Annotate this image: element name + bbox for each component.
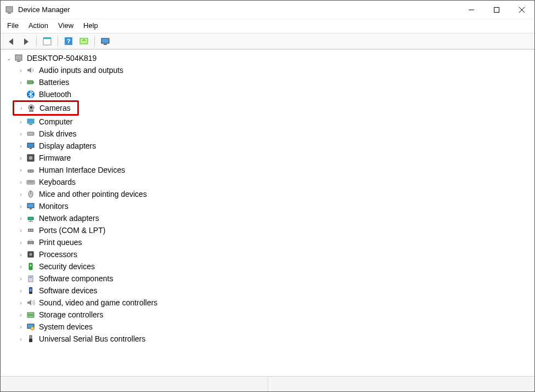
root-label: DESKTOP-504K819	[27, 54, 96, 63]
toolbar-separator	[58, 36, 58, 47]
expand-icon[interactable]: ›	[17, 143, 25, 149]
expand-icon[interactable]: ›	[17, 228, 25, 234]
titlebar: Device Manager	[1, 1, 534, 19]
speaker-icon	[26, 65, 36, 75]
tree-item-label: Disk drives	[39, 129, 76, 138]
tree-item-label: Software devices	[39, 286, 98, 295]
scan-button[interactable]	[77, 35, 90, 48]
menu-file[interactable]: File	[7, 21, 19, 30]
security-icon	[26, 262, 36, 271]
expand-icon[interactable]: ›	[17, 240, 25, 246]
expand-icon[interactable]: ›	[17, 336, 25, 342]
toolbar-separator	[36, 36, 37, 47]
display-icon	[26, 141, 36, 151]
tree-item-label: Software components	[39, 274, 113, 283]
properties-button[interactable]	[41, 35, 54, 48]
expand-icon[interactable]: ›	[17, 167, 25, 173]
menubar: File Action View Help	[1, 19, 534, 33]
expand-icon[interactable]: ›	[18, 105, 25, 111]
tree-item[interactable]: ›Mice and other pointing devices	[14, 188, 533, 200]
tree-item[interactable]: ›Sound, video and game controllers	[14, 297, 533, 309]
camera-icon	[26, 103, 36, 113]
collapse-icon[interactable]: ⌄	[5, 55, 13, 61]
tree-item[interactable]: ›Computer	[14, 116, 533, 128]
tree-item[interactable]: ›Software components	[14, 272, 533, 285]
expand-icon[interactable]: ›	[17, 215, 25, 221]
expand-icon[interactable]: ›	[17, 300, 25, 306]
tree-item[interactable]: ›Batteries	[14, 76, 533, 88]
tree-item[interactable]: ›Disk drives	[14, 128, 533, 140]
expand-icon[interactable]: ›	[17, 155, 25, 161]
tree-item[interactable]: ›Storage controllers	[14, 309, 533, 321]
mouse-icon	[26, 189, 36, 199]
tree-item[interactable]: ›Display adapters	[14, 140, 533, 152]
tree-item[interactable]: ›Monitors	[14, 200, 533, 212]
tree-item-label: Firmware	[39, 154, 71, 162]
window-title: Device Manager	[18, 5, 459, 14]
tree-item[interactable]: ›Print queues	[14, 236, 533, 248]
maximize-button[interactable]	[484, 1, 509, 19]
tree-item[interactable]: ›Cameras	[14, 102, 71, 114]
expand-icon[interactable]: ›	[17, 131, 25, 137]
forward-button[interactable]	[19, 35, 32, 48]
hid-icon	[26, 165, 36, 175]
tree-item-label: Sound, video and game controllers	[39, 298, 157, 307]
tree-item[interactable]: ›Firmware	[14, 152, 533, 164]
tree-item[interactable]: ›Universal Serial Bus controllers	[14, 333, 533, 345]
minimize-button[interactable]	[459, 1, 484, 19]
usb-icon	[26, 334, 36, 344]
expand-icon[interactable]: ›	[17, 67, 25, 73]
network-icon	[26, 213, 36, 223]
tree-item[interactable]: ›Processors	[14, 248, 533, 260]
tree-item[interactable]: ›Human Interface Devices	[14, 164, 533, 176]
menu-help[interactable]: Help	[83, 21, 98, 30]
expand-icon[interactable]: ›	[17, 312, 25, 318]
expand-icon[interactable]: ›	[17, 203, 25, 209]
software-device-icon	[26, 286, 36, 296]
devmgr-icon	[5, 5, 14, 14]
tree-root[interactable]: ⌄ DESKTOP-504K819	[2, 52, 533, 64]
tree-item[interactable]: ›Network adapters	[14, 212, 533, 224]
svg-rect-57	[494, 7, 499, 12]
tree-item[interactable]: ›System devices	[14, 321, 533, 333]
device-manager-window: Device Manager File Action View Help	[0, 0, 535, 392]
tree-item-label: Display adapters	[39, 141, 96, 150]
expand-icon[interactable]: ›	[17, 191, 25, 197]
tree-item[interactable]: ›Audio inputs and outputs	[14, 64, 533, 76]
help-button[interactable]	[62, 35, 75, 48]
expand-icon[interactable]: ›	[17, 276, 25, 282]
tree-item-label: Mice and other pointing devices	[39, 190, 147, 198]
firmware-icon	[26, 153, 36, 163]
tree-item[interactable]: ›Software devices	[14, 285, 533, 297]
cpu-icon	[26, 249, 36, 259]
tree-item[interactable]: ›Ports (COM & LPT)	[14, 224, 533, 236]
tree-item-label: Keyboards	[39, 178, 76, 186]
menu-view[interactable]: View	[58, 21, 73, 30]
expand-icon[interactable]: ›	[17, 79, 25, 86]
tree-item[interactable]: ›Security devices	[14, 260, 533, 272]
sound-icon	[26, 298, 36, 308]
window-controls	[459, 1, 534, 19]
menu-action[interactable]: Action	[29, 21, 48, 30]
show-hidden-button[interactable]	[99, 35, 112, 48]
tree-item-label: Security devices	[39, 262, 95, 271]
tree-content[interactable]: ⌄ DESKTOP-504K819 ›Audio inputs and outp…	[1, 49, 534, 376]
expand-icon[interactable]: ›	[17, 252, 25, 258]
software-component-icon	[26, 274, 36, 283]
expand-icon[interactable]: ›	[17, 288, 25, 294]
tree-item[interactable]: ›Keyboards	[14, 176, 533, 188]
tree-item-label: Storage controllers	[39, 310, 104, 319]
tree-item-label: Human Interface Devices	[39, 166, 125, 174]
toolbar	[1, 33, 534, 49]
toolbar-separator	[94, 36, 95, 47]
expand-icon[interactable]: ›	[17, 179, 25, 185]
expand-icon[interactable]: ›	[17, 119, 25, 125]
computer-icon	[26, 117, 36, 127]
expand-icon[interactable]: ›	[17, 264, 25, 270]
close-button[interactable]	[509, 1, 534, 19]
tree-item[interactable]: Bluetooth	[14, 88, 533, 100]
tree-item-label: Computer	[39, 117, 72, 126]
expand-icon[interactable]: ›	[17, 324, 25, 330]
back-button[interactable]	[4, 35, 17, 48]
tree-item-label: Ports (COM & LPT)	[39, 226, 105, 235]
